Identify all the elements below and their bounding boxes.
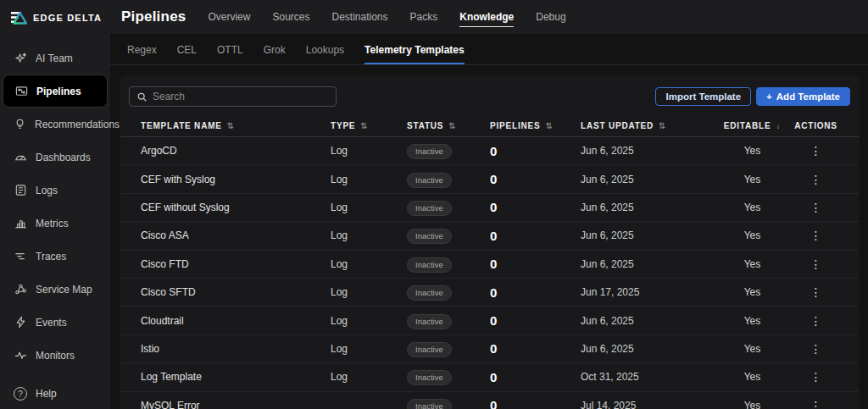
sidebar-item-logs[interactable]: Logs [0,174,110,207]
last-updated-cell: Jun 6, 2025 [581,343,712,355]
type-cell: Log [331,145,407,157]
tab-ottl[interactable]: OTTL [217,44,243,64]
brand-name: EDGE DELTA [33,13,102,23]
table-row[interactable]: Log Template Log Inactive 0 Oct 31, 2025… [120,363,860,391]
sort-icon[interactable]: ⇅ [659,121,666,130]
kebab-menu-icon[interactable]: ⋮ [805,399,827,409]
kebab-menu-icon[interactable]: ⋮ [805,144,827,158]
templates-panel: Import Template + Add Template TEMPLATE … [120,75,860,409]
pipelines-count-cell: 0 [490,257,581,271]
top-nav-debug[interactable]: Debug [536,8,565,27]
last-updated-cell: Jul 14, 2025 [581,400,712,409]
kebab-menu-icon[interactable]: ⋮ [805,342,827,356]
sort-desc-icon[interactable]: ↓ [776,121,781,130]
column-header-type[interactable]: TYPE ⇅ [331,121,407,130]
sidebar-item-events[interactable]: Events [0,306,110,339]
kebab-menu-icon[interactable]: ⋮ [805,257,827,271]
last-updated-cell: Jun 17, 2025 [581,286,712,298]
pipelines-count-cell: 0 [490,229,581,243]
last-updated-cell: Jun 6, 2025 [581,174,712,185]
column-header-editable[interactable]: EDITABLE ↓ [712,121,793,130]
tab-lookups[interactable]: Lookups [306,44,344,64]
table-row[interactable]: Cisco FTD Log Inactive 0 Jun 6, 2025 Yes… [120,251,860,279]
table-row[interactable]: Cisco ASA Log Inactive 0 Jun 6, 2025 Yes… [120,222,860,250]
table-row[interactable]: CEF without Syslog Log Inactive 0 Jun 6,… [120,194,860,222]
sidebar-item-metrics[interactable]: Metrics [0,207,110,240]
status-badge: Inactive [407,173,452,188]
status-badge: Inactive [407,144,452,159]
table-row[interactable]: Cloudtrail Log Inactive 0 Jun 6, 2025 Ye… [120,307,860,334]
status-badge: Inactive [407,314,452,329]
template-name-cell: ArgoCD [141,145,331,157]
tab-grok[interactable]: Grok [264,44,286,64]
sort-icon[interactable]: ⇅ [360,121,368,130]
sidebar-nav: AI Team Pipelines Recommendations [0,41,110,372]
kebab-menu-icon[interactable]: ⋮ [805,314,827,328]
sidebar-item-monitors[interactable]: Monitors [0,339,110,372]
actions-cell: ⋮ [793,398,839,409]
search-icon [136,91,147,102]
sidebar-item-dashboards[interactable]: Dashboards [0,141,110,174]
sidebar-item-service-map[interactable]: Service Map [0,273,110,306]
tab-telemetry-templates[interactable]: Telemetry Templates [364,44,465,64]
search-box[interactable] [129,86,337,107]
kebab-menu-icon[interactable]: ⋮ [805,201,827,214]
status-badge: Inactive [407,399,452,409]
sidebar-item-pipelines[interactable]: Pipelines [3,75,108,108]
pipelines-count-cell: 0 [490,144,581,158]
top-nav-knowledge[interactable]: Knowledge [459,8,514,27]
sort-icon[interactable]: ⇅ [545,121,553,130]
search-input[interactable] [153,91,329,102]
sidebar-item-traces[interactable]: Traces [0,240,110,273]
template-name-cell: MySQL Error [141,400,331,409]
tab-cel[interactable]: CEL [177,44,197,64]
top-nav-overview[interactable]: Overview [208,8,250,27]
top-nav-destinations[interactable]: Destinations [332,8,388,27]
status-badge: Inactive [407,285,452,301]
import-template-button[interactable]: Import Template [655,87,751,106]
table-toolbar: Import Template + Add Template [120,75,860,114]
pipelines-icon [14,85,28,98]
template-name-cell: Cloudtrail [141,315,331,327]
pulse-icon [14,349,27,362]
tab-regex[interactable]: Regex [127,44,157,64]
table-row[interactable]: ArgoCD Log Inactive 0 Jun 6, 2025 Yes ⋮ [120,137,860,165]
edgedelta-logo-icon [10,10,28,25]
editable-cell: Yes [712,315,793,327]
type-cell: Log [331,174,407,185]
sidebar-item-recommendations[interactable]: Recommendations [0,108,110,141]
column-header-status[interactable]: STATUS ⇅ [407,121,490,130]
column-header-pipelines[interactable]: PIPELINES ⇅ [490,121,581,130]
table-row[interactable]: Istio Log Inactive 0 Jun 6, 2025 Yes ⋮ [120,335,860,363]
type-cell: Log [331,229,407,241]
pipelines-count-cell: 0 [490,200,581,214]
kebab-menu-icon[interactable]: ⋮ [805,229,827,242]
editable-cell: Yes [712,258,793,270]
sidebar-item-ai-team[interactable]: AI Team [0,41,110,75]
kebab-menu-icon[interactable]: ⋮ [805,285,827,299]
kebab-menu-icon[interactable]: ⋮ [805,173,827,186]
top-nav: Overview Sources Destinations Packs Know… [208,8,565,27]
table-row[interactable]: CEF with Syslog Log Inactive 0 Jun 6, 20… [120,165,860,193]
sort-icon[interactable]: ⇅ [227,121,235,130]
type-cell: Log [331,371,407,383]
pipelines-count-cell: 0 [490,313,581,328]
top-nav-packs[interactable]: Packs [410,8,438,27]
column-header-actions: ACTIONS [793,121,839,130]
sidebar-item-help[interactable]: ? Help [14,387,57,401]
status-badge: Inactive [407,229,452,244]
type-cell: Log [331,258,407,270]
sort-icon[interactable]: ⇅ [448,121,456,130]
add-template-button[interactable]: + Add Template [756,87,850,106]
last-updated-cell: Jun 6, 2025 [581,202,712,213]
column-header-last-updated[interactable]: LAST UPDATED ⇅ [581,121,712,130]
table-row[interactable]: Cisco SFTD Log Inactive 0 Jun 17, 2025 Y… [120,279,860,307]
actions-cell: ⋮ [793,341,839,356]
kebab-menu-icon[interactable]: ⋮ [805,370,827,384]
table-row[interactable]: MySQL Error Inactive 0 Jul 14, 2025 Yes … [120,392,860,409]
top-nav-sources[interactable]: Sources [272,8,309,27]
lightning-bolt-icon [14,316,27,329]
column-header-template-name[interactable]: TEMPLATE NAME ⇅ [141,121,331,130]
status-cell: Inactive [407,227,490,244]
status-cell: Inactive [407,340,490,357]
